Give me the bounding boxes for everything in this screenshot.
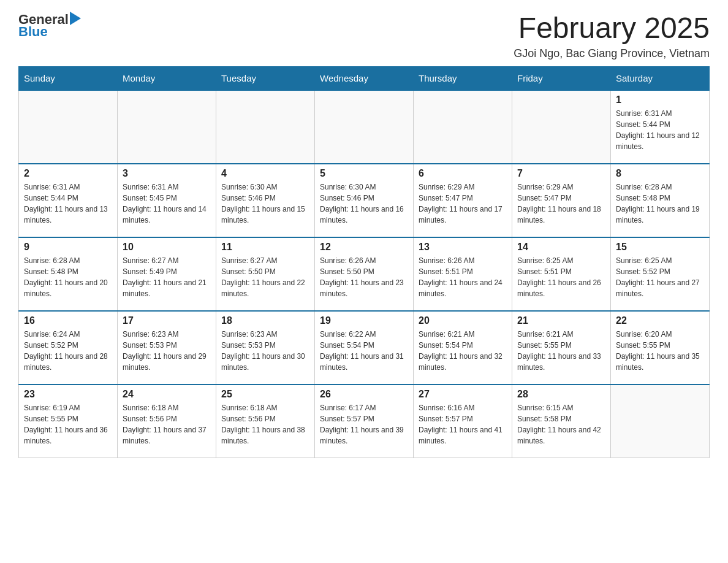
week-row-4: 16Sunrise: 6:24 AMSunset: 5:52 PMDayligh… (19, 311, 710, 385)
calendar-cell: 20Sunrise: 6:21 AMSunset: 5:54 PMDayligh… (414, 311, 512, 385)
week-row-5: 23Sunrise: 6:19 AMSunset: 5:55 PMDayligh… (19, 385, 710, 458)
calendar-cell: 15Sunrise: 6:25 AMSunset: 5:52 PMDayligh… (611, 237, 710, 311)
header-saturday: Saturday (611, 66, 710, 90)
day-number: 12 (320, 242, 408, 253)
day-number: 10 (123, 242, 211, 253)
calendar-cell: 28Sunrise: 6:15 AMSunset: 5:58 PMDayligh… (512, 385, 611, 458)
calendar-cell: 6Sunrise: 6:29 AMSunset: 5:47 PMDaylight… (414, 164, 512, 237)
day-info: Sunrise: 6:27 AMSunset: 5:49 PMDaylight:… (123, 255, 211, 299)
day-info: Sunrise: 6:22 AMSunset: 5:54 PMDaylight:… (320, 329, 408, 373)
day-info: Sunrise: 6:25 AMSunset: 5:51 PMDaylight:… (517, 255, 605, 299)
month-title: February 2025 (514, 12, 710, 45)
day-info: Sunrise: 6:27 AMSunset: 5:50 PMDaylight:… (221, 255, 309, 299)
calendar-cell: 7Sunrise: 6:29 AMSunset: 5:47 PMDaylight… (512, 164, 611, 237)
day-number: 11 (221, 242, 309, 253)
day-info: Sunrise: 6:28 AMSunset: 5:48 PMDaylight:… (616, 182, 704, 226)
day-info: Sunrise: 6:21 AMSunset: 5:54 PMDaylight:… (419, 329, 507, 373)
header-thursday: Thursday (414, 66, 512, 90)
day-number: 8 (616, 168, 704, 179)
day-info: Sunrise: 6:31 AMSunset: 5:44 PMDaylight:… (24, 182, 112, 226)
calendar-cell: 17Sunrise: 6:23 AMSunset: 5:53 PMDayligh… (118, 311, 216, 385)
week-row-2: 2Sunrise: 6:31 AMSunset: 5:44 PMDaylight… (19, 164, 710, 237)
calendar-cell: 26Sunrise: 6:17 AMSunset: 5:57 PMDayligh… (315, 385, 414, 458)
calendar-cell: 21Sunrise: 6:21 AMSunset: 5:55 PMDayligh… (512, 311, 611, 385)
day-number: 20 (419, 315, 507, 326)
day-number: 22 (616, 315, 704, 326)
header-monday: Monday (118, 66, 216, 90)
day-number: 7 (517, 168, 605, 179)
day-info: Sunrise: 6:29 AMSunset: 5:47 PMDaylight:… (419, 182, 507, 226)
calendar-cell: 22Sunrise: 6:20 AMSunset: 5:55 PMDayligh… (611, 311, 710, 385)
calendar-cell: 27Sunrise: 6:16 AMSunset: 5:57 PMDayligh… (414, 385, 512, 458)
day-info: Sunrise: 6:20 AMSunset: 5:55 PMDaylight:… (616, 329, 704, 373)
day-info: Sunrise: 6:26 AMSunset: 5:50 PMDaylight:… (320, 255, 408, 299)
calendar-cell: 11Sunrise: 6:27 AMSunset: 5:50 PMDayligh… (216, 237, 315, 311)
calendar-header-row: SundayMondayTuesdayWednesdayThursdayFrid… (19, 66, 710, 90)
page-header: General Blue February 2025 GJoi Ngo, Bac… (18, 12, 710, 60)
calendar-cell: 23Sunrise: 6:19 AMSunset: 5:55 PMDayligh… (19, 385, 118, 458)
week-row-3: 9Sunrise: 6:28 AMSunset: 5:48 PMDaylight… (19, 237, 710, 311)
day-number: 6 (419, 168, 507, 179)
calendar-body: 1Sunrise: 6:31 AMSunset: 5:44 PMDaylight… (19, 90, 710, 458)
header-tuesday: Tuesday (216, 66, 315, 90)
day-info: Sunrise: 6:24 AMSunset: 5:52 PMDaylight:… (24, 329, 112, 373)
calendar-cell (414, 90, 512, 164)
logo-arrow-icon (70, 12, 81, 25)
day-number: 24 (123, 389, 211, 400)
calendar-cell: 16Sunrise: 6:24 AMSunset: 5:52 PMDayligh… (19, 311, 118, 385)
day-info: Sunrise: 6:28 AMSunset: 5:48 PMDaylight:… (24, 255, 112, 299)
calendar-cell: 13Sunrise: 6:26 AMSunset: 5:51 PMDayligh… (414, 237, 512, 311)
calendar-cell: 8Sunrise: 6:28 AMSunset: 5:48 PMDaylight… (611, 164, 710, 237)
title-area: February 2025 GJoi Ngo, Bac Giang Provin… (514, 12, 710, 60)
day-info: Sunrise: 6:18 AMSunset: 5:56 PMDaylight:… (221, 402, 309, 446)
day-info: Sunrise: 6:30 AMSunset: 5:46 PMDaylight:… (320, 182, 408, 226)
day-info: Sunrise: 6:29 AMSunset: 5:47 PMDaylight:… (517, 182, 605, 226)
calendar-cell: 4Sunrise: 6:30 AMSunset: 5:46 PMDaylight… (216, 164, 315, 237)
day-number: 26 (320, 389, 408, 400)
logo: General Blue (18, 12, 81, 39)
day-info: Sunrise: 6:21 AMSunset: 5:55 PMDaylight:… (517, 329, 605, 373)
location-title: GJoi Ngo, Bac Giang Province, Vietnam (514, 47, 710, 60)
calendar-cell: 3Sunrise: 6:31 AMSunset: 5:45 PMDaylight… (118, 164, 216, 237)
calendar-cell: 14Sunrise: 6:25 AMSunset: 5:51 PMDayligh… (512, 237, 611, 311)
day-info: Sunrise: 6:17 AMSunset: 5:57 PMDaylight:… (320, 402, 408, 446)
day-number: 16 (24, 315, 112, 326)
calendar-cell: 5Sunrise: 6:30 AMSunset: 5:46 PMDaylight… (315, 164, 414, 237)
day-number: 14 (517, 242, 605, 253)
day-info: Sunrise: 6:31 AMSunset: 5:45 PMDaylight:… (123, 182, 211, 226)
calendar-table: SundayMondayTuesdayWednesdayThursdayFrid… (18, 66, 710, 459)
day-info: Sunrise: 6:15 AMSunset: 5:58 PMDaylight:… (517, 402, 605, 446)
day-number: 21 (517, 315, 605, 326)
calendar-cell: 9Sunrise: 6:28 AMSunset: 5:48 PMDaylight… (19, 237, 118, 311)
day-number: 1 (616, 94, 704, 105)
day-number: 17 (123, 315, 211, 326)
calendar-cell (19, 90, 118, 164)
logo-blue-text: Blue (18, 25, 81, 39)
week-row-1: 1Sunrise: 6:31 AMSunset: 5:44 PMDaylight… (19, 90, 710, 164)
calendar-cell (512, 90, 611, 164)
calendar-cell: 2Sunrise: 6:31 AMSunset: 5:44 PMDaylight… (19, 164, 118, 237)
day-number: 4 (221, 168, 309, 179)
day-number: 25 (221, 389, 309, 400)
header-friday: Friday (512, 66, 611, 90)
day-number: 5 (320, 168, 408, 179)
day-number: 15 (616, 242, 704, 253)
day-info: Sunrise: 6:19 AMSunset: 5:55 PMDaylight:… (24, 402, 112, 446)
day-number: 9 (24, 242, 112, 253)
calendar-cell: 18Sunrise: 6:23 AMSunset: 5:53 PMDayligh… (216, 311, 315, 385)
day-number: 18 (221, 315, 309, 326)
calendar-cell (611, 385, 710, 458)
svg-marker-0 (70, 12, 81, 25)
day-info: Sunrise: 6:16 AMSunset: 5:57 PMDaylight:… (419, 402, 507, 446)
calendar-cell: 12Sunrise: 6:26 AMSunset: 5:50 PMDayligh… (315, 237, 414, 311)
calendar-cell: 1Sunrise: 6:31 AMSunset: 5:44 PMDaylight… (611, 90, 710, 164)
day-number: 23 (24, 389, 112, 400)
day-number: 28 (517, 389, 605, 400)
calendar-cell (216, 90, 315, 164)
calendar-cell: 24Sunrise: 6:18 AMSunset: 5:56 PMDayligh… (118, 385, 216, 458)
calendar-cell: 19Sunrise: 6:22 AMSunset: 5:54 PMDayligh… (315, 311, 414, 385)
day-info: Sunrise: 6:18 AMSunset: 5:56 PMDaylight:… (123, 402, 211, 446)
day-info: Sunrise: 6:23 AMSunset: 5:53 PMDaylight:… (221, 329, 309, 373)
day-number: 27 (419, 389, 507, 400)
day-number: 13 (419, 242, 507, 253)
